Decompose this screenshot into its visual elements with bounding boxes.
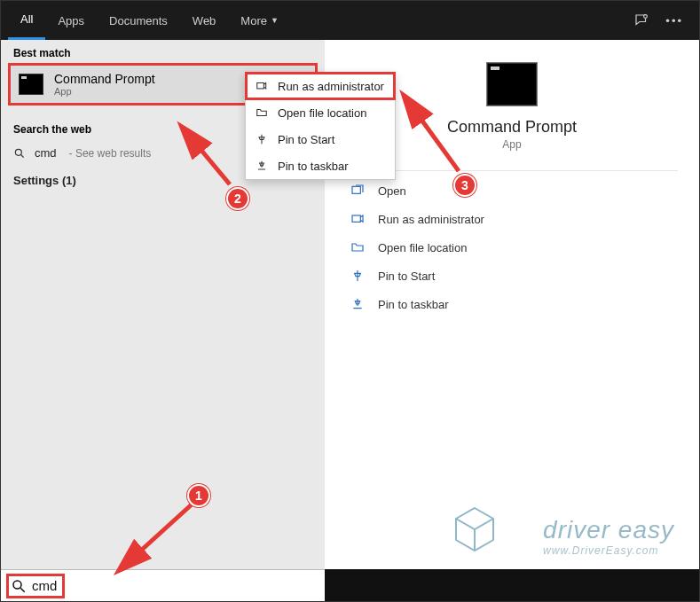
svg-line-6 [123,504,192,567]
tab-label: Documents [109,14,168,27]
tab-more[interactable]: More▼ [228,1,291,40]
web-result-term: cmd [35,146,57,160]
pin-taskbar-icon [350,296,366,312]
chevron-down-icon: ▼ [271,16,279,25]
search-input-value[interactable]: cmd [32,578,57,593]
folder-open-icon [255,106,269,120]
annotation-badge-1: 1 [187,484,210,507]
best-match-heading: Best match [1,40,325,65]
search-icon [13,147,26,160]
settings-label: Settings (1) [13,174,76,187]
watermark-line1: driver easy [543,516,674,544]
menu-open-file-location[interactable]: Open file location [246,99,395,126]
menu-pin-to-start[interactable]: Pin to Start [246,126,395,152]
tab-label: More [240,14,267,27]
pin-start-icon [350,268,366,284]
action-label: Open file location [378,241,467,254]
svg-rect-4 [352,215,360,222]
action-open-file-location[interactable]: Open file location [346,233,678,262]
tab-apps[interactable]: Apps [45,1,97,40]
menu-label: Open file location [278,106,366,120]
run-admin-icon [255,79,269,93]
svg-line-2 [21,154,24,157]
context-menu: Run as administrator Open file location … [245,72,396,180]
svg-rect-5 [257,83,264,89]
action-open[interactable]: Open [346,176,678,205]
best-match-title: Command Prompt [54,72,155,86]
annotation-badge-3: 3 [453,174,476,197]
run-admin-icon [350,211,366,227]
preview-actions: Open Run as administrator Open file loca… [346,176,678,318]
action-pin-to-taskbar[interactable]: Pin to taskbar [346,290,678,318]
preview-app-icon [487,63,537,106]
folder-open-icon [350,239,366,255]
annotation-badge-2: 2 [226,187,249,210]
annotation-arrow-2 [177,121,243,192]
menu-run-as-administrator[interactable]: Run as administrator [246,73,395,99]
svg-line-12 [20,588,25,592]
search-icon [11,578,27,594]
preview-title: Command Prompt [346,118,678,137]
tab-label: Web [193,14,216,27]
menu-label: Pin to Start [278,133,334,146]
more-options-icon[interactable]: ••• [665,14,683,27]
tab-documents[interactable]: Documents [97,1,180,40]
taskbar-strip [325,569,699,601]
tab-label: Apps [58,14,84,27]
action-pin-to-start[interactable]: Pin to Start [346,262,678,290]
best-match-subtitle: App [54,86,155,97]
open-icon [350,183,366,199]
watermark-line2: www.DriverEasy.com [543,544,674,557]
svg-point-11 [13,581,21,589]
menu-label: Run as administrator [278,80,384,93]
preview-subtitle: App [346,138,678,151]
command-prompt-icon [19,74,43,95]
search-category-tabs: All Apps Documents Web More▼ ••• [1,1,699,40]
annotation-highlight-search: cmd [6,574,65,598]
pin-start-icon [255,132,269,146]
menu-label: Pin to taskbar [278,160,349,173]
action-label: Pin to Start [378,270,435,283]
tab-label: All [20,12,33,26]
web-result-hint: - See web results [69,147,152,160]
action-label: Pin to taskbar [378,298,449,311]
watermark-text: driver easy www.DriverEasy.com [543,516,674,557]
pin-taskbar-icon [255,159,269,173]
divider [346,170,678,171]
action-label: Open [378,184,406,198]
action-run-as-administrator[interactable]: Run as administrator [346,205,678,233]
watermark-hex-icon [454,506,495,552]
svg-line-8 [407,100,459,171]
tab-web[interactable]: Web [180,1,229,40]
svg-line-7 [185,131,230,184]
menu-pin-to-taskbar[interactable]: Pin to taskbar [246,152,395,179]
annotation-arrow-1 [107,497,205,582]
annotation-arrow-3 [398,90,469,178]
action-label: Run as administrator [378,213,484,226]
feedback-icon[interactable] [633,12,649,28]
svg-point-1 [15,149,21,155]
svg-point-0 [644,15,648,19]
tab-all[interactable]: All [8,1,45,40]
svg-rect-3 [352,186,360,193]
